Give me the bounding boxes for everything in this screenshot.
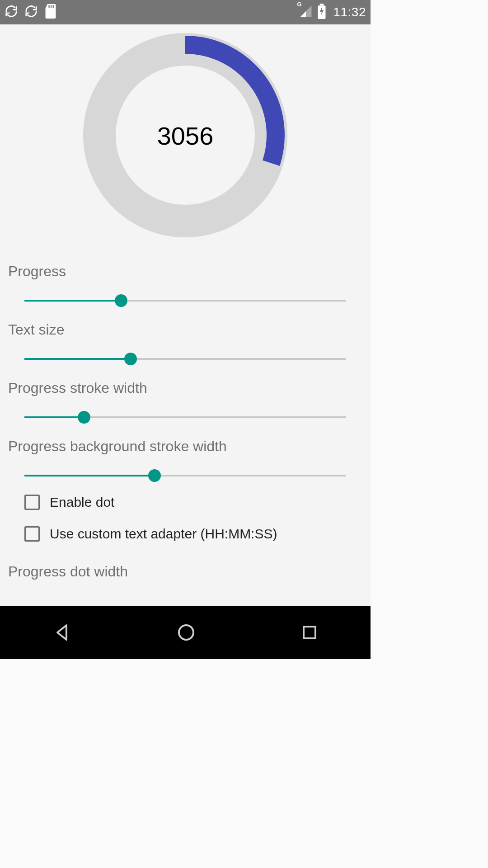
battery-charging-icon (317, 4, 327, 21)
sync-icon (5, 5, 18, 20)
sd-card-icon (44, 4, 57, 20)
slider-progress-stroke[interactable] (24, 410, 346, 425)
svg-rect-0 (48, 5, 49, 8)
svg-point-7 (179, 625, 193, 640)
recents-button[interactable] (300, 623, 319, 642)
checkbox-enable-dot[interactable] (24, 495, 40, 510)
checkbox-row-enable-dot[interactable]: Enable dot (8, 486, 362, 518)
svg-rect-1 (51, 5, 52, 8)
checkbox-label-enable-dot: Enable dot (50, 495, 114, 510)
home-button[interactable] (175, 622, 197, 643)
slider-text-size[interactable] (24, 352, 346, 366)
back-button[interactable] (51, 622, 73, 643)
checkbox-label-text-adapter: Use custom text adapter (HH:MM:SS) (50, 526, 277, 542)
circular-progress: 3056 (83, 33, 288, 238)
svg-rect-3 (320, 4, 324, 5)
slider-label-text-size: Text size (8, 321, 362, 338)
slider-label-bg-stroke: Progress background stroke width (8, 438, 362, 455)
navigation-bar (0, 606, 371, 659)
status-bar: G 11:32 (0, 0, 371, 24)
svg-rect-8 (304, 627, 315, 638)
slider-progress[interactable] (24, 293, 346, 308)
main-content: 3056 Progress Text size Progress stroke … (0, 24, 371, 606)
slider-label-progress-stroke: Progress stroke width (8, 380, 362, 396)
sync-icon (24, 5, 38, 20)
slider-label-dot-width: Progress dot width (8, 563, 362, 580)
checkbox-text-adapter[interactable] (24, 526, 40, 542)
svg-rect-2 (53, 5, 54, 8)
checkbox-row-text-adapter[interactable]: Use custom text adapter (HH:MM:SS) (8, 518, 362, 550)
slider-bg-stroke[interactable] (24, 468, 346, 483)
progress-value-text: 3056 (157, 122, 214, 150)
clock-text: 11:32 (333, 5, 366, 19)
slider-label-progress: Progress (8, 263, 362, 280)
signal-icon: G (299, 5, 313, 20)
